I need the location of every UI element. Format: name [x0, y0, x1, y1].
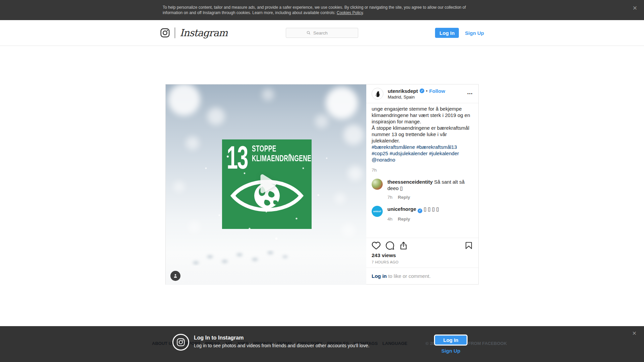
tagged-users-badge[interactable] — [170, 271, 180, 281]
comments-section: unge engasjerte stemme for å bekjempe kl… — [366, 103, 478, 238]
actions-bar: 243 views 7 HOURS AGO — [366, 238, 478, 267]
post-card: 13 STOPPE KLIMAENDRINGENE — [165, 84, 479, 285]
hashtag-link[interactable]: #udsjulekalender — [389, 150, 427, 156]
caption-links: #bærekraftsmålene #bærekraftsmål13 #cop2… — [372, 144, 473, 163]
login-prompt: Log in to like or comment. — [366, 267, 478, 284]
signup-link[interactable]: Sign Up — [465, 30, 484, 36]
hashtag-link[interactable]: #bærekraftsmålene — [372, 144, 415, 150]
search-icon — [307, 31, 311, 35]
follow-separator: • — [426, 88, 428, 94]
footer-signup-link[interactable]: Sign Up — [434, 348, 468, 354]
instagram-home-link[interactable]: Instagram — [160, 27, 227, 39]
instagram-glyph-icon — [176, 338, 185, 347]
caption-paragraph: Å stoppe klimaendringene er bærekraftsmå… — [372, 125, 473, 144]
footer-close-button[interactable]: ✕ — [632, 330, 637, 337]
hashtag-link[interactable]: #cop25 — [372, 150, 388, 156]
comment-item: theessenceidentity Så sant alt så deeo ▯… — [372, 179, 473, 200]
cookie-close-button[interactable]: ✕ — [633, 5, 637, 12]
verified-badge-icon: ✓ — [420, 88, 424, 93]
search-input[interactable] — [313, 30, 337, 36]
comment-avatar[interactable]: unicef — [372, 206, 383, 217]
lion-emblem-icon — [374, 90, 382, 98]
comment-avatar[interactable] — [372, 179, 383, 190]
post-side-panel: utenriksdept ✓ • Follow Madrid, Spain ••… — [366, 84, 478, 284]
top-nav: Instagram Log In Sign Up — [0, 20, 644, 46]
cookie-message: To help personalize content, tailor and … — [163, 0, 481, 15]
comment-text: ▯ ▯ ▯ ▯ — [424, 206, 439, 212]
login-prompt-text: to like or comment. — [387, 273, 431, 279]
person-icon — [173, 273, 178, 279]
footer-login-subtitle: Log in to see photos and videos from fri… — [194, 343, 369, 348]
author-username[interactable]: utenriksdept — [388, 88, 418, 94]
cookies-policy-link[interactable]: Cookies Policy — [337, 10, 363, 15]
comment-icon — [385, 241, 394, 250]
footer-login-title: Log In to Instagram — [194, 335, 244, 341]
hashtag-link[interactable]: #julekalender — [429, 150, 459, 156]
follow-button[interactable]: Follow — [429, 88, 445, 94]
comment-timestamp: 4h — [387, 216, 392, 222]
caption-timestamp: 7h — [372, 167, 473, 173]
like-button[interactable] — [372, 241, 381, 250]
post-header: utenriksdept ✓ • Follow Madrid, Spain ••… — [366, 84, 478, 103]
login-button[interactable]: Log In — [435, 28, 459, 38]
play-button[interactable] — [254, 172, 278, 198]
footer-link[interactable]: LANGUAGE — [382, 341, 407, 346]
cookie-banner: To help personalize content, tailor and … — [0, 0, 644, 20]
more-options-button[interactable]: ••• — [465, 90, 473, 97]
post-caption: unge engasjerte stemme for å bekjempe kl… — [372, 106, 473, 173]
author-location[interactable]: Madrid, Spain — [388, 95, 465, 100]
instagram-wordmark: Instagram — [180, 27, 227, 39]
footer-login-button[interactable]: Log In — [434, 335, 468, 346]
mention-link[interactable]: @noradno — [372, 157, 395, 163]
post-timestamp: 7 HOURS AGO — [372, 260, 473, 264]
login-prompt-link[interactable]: Log in — [372, 273, 387, 279]
hashtag-link[interactable]: #bærekraftsmål13 — [416, 144, 457, 150]
post-media[interactable]: 13 STOPPE KLIMAENDRINGENE — [166, 84, 366, 285]
unicef-logo: unicef — [373, 208, 381, 215]
instagram-circle-logo — [172, 334, 189, 351]
bookmark-icon — [465, 241, 473, 250]
comment-timestamp: 7h — [387, 194, 392, 200]
cookie-message-text: To help personalize content, tailor and … — [163, 5, 466, 15]
brand-divider — [175, 27, 175, 38]
comment-text-line: unicefnorge ✓ ▯ ▯ ▯ ▯ — [387, 206, 439, 213]
comment-text-line: theessenceidentity Så sant alt så deeo ▯ — [387, 179, 473, 191]
comment-username[interactable]: unicefnorge — [387, 206, 416, 212]
search-box[interactable] — [286, 28, 358, 38]
heart-icon — [372, 241, 381, 250]
caption-paragraph: unge engasjerte stemme for å bekjempe kl… — [372, 106, 473, 125]
share-button[interactable] — [399, 241, 408, 250]
comment-reply-button[interactable]: Reply — [398, 194, 410, 200]
footer-link[interactable]: ABOUT US — [152, 341, 175, 346]
comment-button[interactable] — [385, 241, 394, 250]
cookie-message-period: . — [363, 10, 364, 15]
comment-reply-button[interactable]: Reply — [398, 216, 410, 222]
play-icon — [254, 172, 278, 198]
comment-item: unicef unicefnorge ✓ ▯ ▯ ▯ ▯ 4h Reply — [372, 206, 473, 222]
verified-badge-icon: ✓ — [418, 208, 422, 213]
instagram-glyph-icon — [160, 28, 170, 38]
footer-bar: ABOUT US SUPPORT PRESS API JOBS PRIVACY … — [0, 326, 644, 362]
comment-username[interactable]: theessenceidentity — [387, 179, 433, 185]
save-button[interactable] — [465, 241, 473, 250]
share-icon — [399, 241, 408, 250]
views-count: 243 views — [372, 252, 473, 258]
author-avatar[interactable] — [372, 88, 383, 100]
